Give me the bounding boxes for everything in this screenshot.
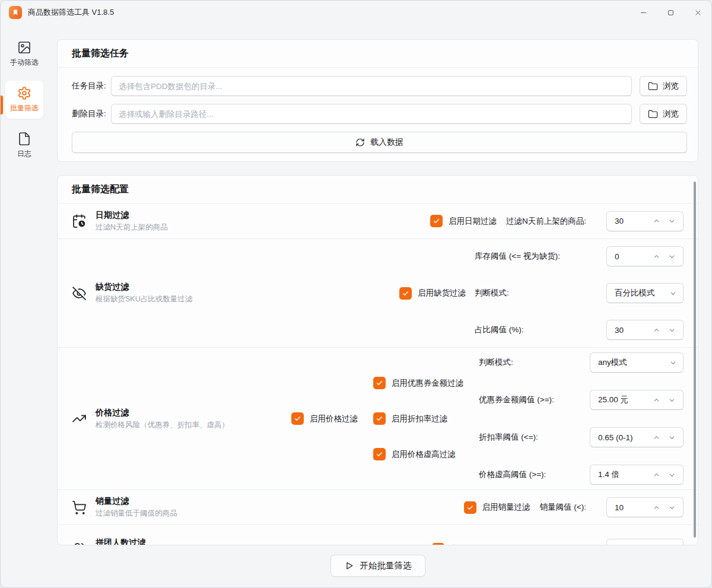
browse-label: 浏览 <box>663 81 679 91</box>
enable-overprice-filter-checkbox[interactable]: 启用价格虚高过滤 <box>373 448 464 460</box>
checkbox-checked <box>430 215 443 227</box>
scrollbar[interactable] <box>694 182 696 538</box>
stepper-up-button[interactable] <box>649 249 664 264</box>
task-dir-label: 任务目录: <box>72 81 111 91</box>
enable-groupbuy-filter-checkbox[interactable]: 启用拼团人数过滤 <box>432 543 514 546</box>
stepper-up-button[interactable] <box>649 467 664 482</box>
batch-task-card: 批量筛选任务 任务目录: 浏览 删除目录: <box>57 39 698 162</box>
load-data-button[interactable]: 载入数据 <box>72 132 687 153</box>
discount-threshold-stepper[interactable]: 0.65 (0-1) <box>590 427 684 447</box>
stepper-down-button[interactable] <box>664 467 679 482</box>
check-icon <box>294 415 301 422</box>
stock-threshold-stepper[interactable]: 0 <box>606 246 684 266</box>
minimize-icon <box>640 9 647 17</box>
stepper-down-button[interactable] <box>664 430 679 445</box>
refresh-icon <box>355 138 365 147</box>
folder-icon <box>648 81 658 91</box>
row-subtitle: 过滤销量低于阈值的商品 <box>96 508 177 519</box>
enable-sales-filter-checkbox[interactable]: 启用销量过滤 <box>464 501 530 514</box>
chevron-down-icon <box>668 217 676 225</box>
chevron-down-icon <box>668 396 676 404</box>
enable-coupon-filter-checkbox[interactable]: 启用优惠券金额过滤 <box>373 377 464 389</box>
close-button[interactable] <box>684 1 711 24</box>
ratio-threshold-stepper[interactable]: 30 <box>606 320 684 340</box>
chevron-down-icon <box>668 504 676 511</box>
price-judge-mode-select[interactable]: any模式 <box>590 352 684 373</box>
chevron-up-icon <box>653 471 660 479</box>
shopping-cart-icon <box>72 500 87 515</box>
active-indicator <box>1 96 3 115</box>
row-subtitle: 过滤N天前上架的商品 <box>96 223 168 233</box>
groupbuy-threshold-stepper[interactable]: 1 <box>606 539 684 545</box>
enable-discount-filter-checkbox[interactable]: 启用折扣率过滤 <box>373 412 464 425</box>
chevron-down-icon <box>668 545 676 546</box>
price-judge-mode-label: 判断模式: <box>479 357 513 368</box>
enable-stock-filter-checkbox[interactable]: 启用缺货过滤 <box>399 287 466 300</box>
delete-dir-input[interactable] <box>111 104 632 124</box>
config-card-title: 批量筛选配置 <box>72 184 129 194</box>
stepper-down-button[interactable] <box>664 322 679 338</box>
groupbuy-threshold-label: 拼团人数阈值 (<): <box>524 543 586 545</box>
checkbox-checked <box>373 448 386 460</box>
stepper-down-button[interactable] <box>664 500 679 515</box>
stepper-down-button[interactable] <box>664 214 679 229</box>
task-card-title: 批量筛选任务 <box>72 48 129 58</box>
chevron-down-icon <box>669 359 677 367</box>
stepper-down-button[interactable] <box>664 249 679 264</box>
enable-date-filter-checkbox[interactable]: 启用日期过滤 <box>430 215 497 227</box>
calendar-clock-icon <box>72 214 87 228</box>
checkbox-checked <box>464 501 476 514</box>
stock-threshold-label: 库存阈值 (<= 视为缺货): <box>475 251 560 262</box>
row-title: 缺货过滤 <box>96 282 192 293</box>
chevron-up-icon <box>653 434 660 441</box>
folder-icon <box>648 109 658 119</box>
stepper-up-button[interactable] <box>649 214 664 229</box>
eye-off-icon <box>72 286 87 301</box>
row-subtitle: 根据缺货SKU占比或数量过滤 <box>96 294 192 304</box>
sidebar-item-log[interactable]: 日志 <box>5 126 43 164</box>
task-dir-browse-button[interactable]: 浏览 <box>640 76 687 96</box>
chevron-down-icon <box>668 253 676 260</box>
chevron-up-icon <box>653 326 660 334</box>
stepper-up-button[interactable] <box>649 500 664 515</box>
config-row-sales-filter: 销量过滤 过滤销量低于阈值的商品 启用销量过滤 销量阈值 (<): 10 <box>58 490 698 525</box>
sidebar: 手动筛选 批量筛选 日志 <box>1 24 48 587</box>
maximize-icon <box>667 9 675 17</box>
days-threshold-label: 过滤N天前上架的商品: <box>506 216 586 227</box>
row-title: 价格过滤 <box>96 408 229 418</box>
judge-mode-select[interactable]: 百分比模式 <box>606 283 684 303</box>
stepper-down-button[interactable] <box>664 541 679 545</box>
check-icon <box>434 545 442 546</box>
stepper-up-button[interactable] <box>649 541 664 545</box>
check-icon <box>466 504 474 511</box>
chevron-up-icon <box>653 396 660 404</box>
sidebar-item-label: 日志 <box>17 149 31 159</box>
checkbox-checked <box>373 377 386 389</box>
sales-threshold-stepper[interactable]: 10 <box>606 497 684 517</box>
stepper-up-button[interactable] <box>649 322 664 338</box>
check-icon <box>376 415 383 422</box>
start-batch-filter-button[interactable]: 开始批量筛选 <box>330 555 425 577</box>
maximize-button[interactable] <box>657 1 684 24</box>
coupon-threshold-label: 优惠券金额阈值 (>=): <box>479 395 554 405</box>
stepper-up-button[interactable] <box>649 392 664 408</box>
task-dir-input[interactable] <box>111 76 632 96</box>
delete-dir-browse-button[interactable]: 浏览 <box>640 104 687 124</box>
checkbox-checked <box>291 412 304 425</box>
sidebar-item-batch-filter[interactable]: 批量筛选 <box>5 81 43 119</box>
app-logo-icon <box>9 6 22 19</box>
app-window: 商品数据筛选工具 V1.8.5 手动筛选 批量筛选 日志 <box>0 0 712 588</box>
sidebar-item-manual-filter[interactable]: 手动筛选 <box>5 35 43 73</box>
overprice-threshold-stepper[interactable]: 1.4 倍 <box>590 465 684 485</box>
chevron-down-icon <box>668 326 676 334</box>
load-data-label: 载入数据 <box>370 137 403 148</box>
coupon-threshold-stepper[interactable]: 25.00 元 <box>590 390 684 410</box>
chevron-up-icon <box>653 504 660 511</box>
stepper-up-button[interactable] <box>649 430 664 445</box>
enable-price-filter-checkbox[interactable]: 启用价格过滤 <box>291 412 358 425</box>
days-threshold-stepper[interactable]: 30 <box>606 211 684 231</box>
checkbox-checked <box>432 543 444 546</box>
stepper-down-button[interactable] <box>664 392 679 408</box>
browse-label: 浏览 <box>663 109 679 119</box>
minimize-button[interactable] <box>630 1 657 24</box>
